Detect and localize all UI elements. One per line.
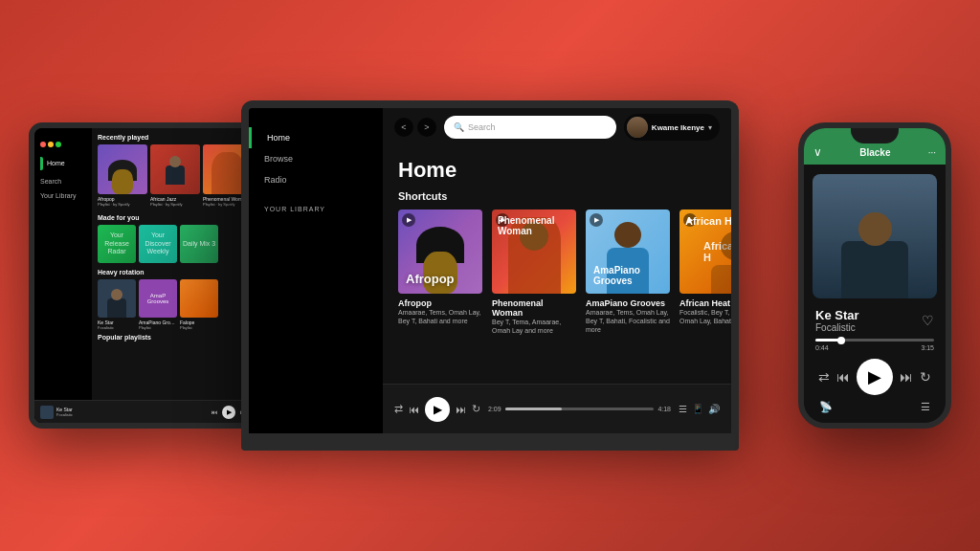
african-label: African H [685, 215, 731, 227]
tablet-now-img [40, 406, 54, 419]
tablet-main-content: Recently played Afropop Playlist · by Sp… [92, 128, 253, 423]
phone-times: 0:44 3:15 [815, 344, 934, 351]
tablet-card-jazz-sub: Playlist · by Spotify [150, 202, 200, 207]
shuffle-icon[interactable]: ⇄ [394, 403, 403, 415]
home-title: Home [398, 158, 716, 183]
afropop-label: Afropop [406, 273, 455, 286]
shortcuts-grid: ▶ Afropop Afropop Amaarae, [398, 209, 716, 335]
search-bar[interactable]: 🔍 Search [444, 116, 616, 139]
phone-person-head [858, 212, 892, 246]
back-button[interactable]: < [394, 118, 413, 137]
tablet-made-for-you: Made for you Your ReleaseRadar Your Disc… [98, 214, 247, 263]
phone-album-art [813, 174, 937, 298]
heavy-rotation-label: Heavy rotation [98, 269, 247, 276]
laptop-player: ⇄ ⏮ ▶ ⏭ ↻ 2:09 4:18 ☰ [383, 384, 731, 433]
volume-icon[interactable]: 🔊 [708, 404, 720, 414]
amapiano-play-icon[interactable]: ▶ [590, 213, 603, 227]
phone-prev-icon[interactable]: ⏮ [836, 369, 850, 385]
phone-song-info: Ke Star Focalistic ♡ [804, 308, 946, 333]
tablet-heavy-card-2[interactable]: AmaPGrooves AmaPiano Grooves Playlist [139, 279, 177, 330]
tablet-now-artist: Focalistic [56, 412, 73, 417]
laptop-nav-radio[interactable]: Radio [249, 169, 383, 190]
afropop-play-icon[interactable]: ▶ [402, 213, 415, 227]
phone-next-icon[interactable]: ⏭ [900, 369, 913, 385]
player-controls: ⇄ ⏮ ▶ ⏭ ↻ [394, 397, 480, 422]
phone-album-person [813, 174, 937, 298]
woman-label: PhenomenalWoman [498, 215, 554, 236]
user-area[interactable]: Kwame Ikenye ▾ [624, 114, 720, 141]
time-total: 4:18 [657, 406, 671, 412]
tablet-now-playing: Ke Star Focalistic [40, 406, 73, 419]
tablet-card-afropop[interactable]: Afropop Playlist · by Spotify [98, 144, 147, 207]
shortcuts-label: Shortcuts [398, 190, 716, 202]
tablet-mfy-card-2[interactable]: Your DiscoverWeekly [139, 225, 177, 263]
laptop-sidebar: Home Browse Radio YOUR LIBRARY [249, 108, 383, 433]
phone-notch [851, 128, 899, 143]
woman-sub: Bey T, Tema, Amaarae, Omah Lay and more [492, 318, 576, 335]
tablet-recently-played: Afropop Playlist · by Spotify African Ja… [98, 144, 247, 207]
nav-arrows: < > [394, 118, 436, 137]
tablet-mfy-card-1[interactable]: Your ReleaseRadar [98, 225, 136, 263]
phone-queue-icon[interactable]: ☰ [921, 401, 930, 413]
made-for-you-label: Made for you [98, 214, 247, 221]
laptop-nav-browse[interactable]: Browse [249, 148, 383, 169]
tablet-heavy-rotation: Heavy rotation Ke Star Focalistic [98, 269, 247, 330]
tablet-card-afropop-sub: Playlist · by Spotify [98, 202, 147, 207]
laptop-base [241, 433, 739, 451]
phone-cast-icon[interactable]: 📡 [819, 401, 833, 413]
phone-repeat-icon[interactable]: ↻ [920, 369, 931, 385]
laptop-device: Home Browse Radio YOUR LIBRARY < > 🔍 Sea… [241, 100, 739, 451]
tablet-heavy-card-3[interactable]: Falope Playlist [180, 279, 218, 330]
forward-button[interactable]: > [417, 118, 436, 137]
phone-screen: ∨ Blacke ··· Ke Star Focalistic ♡ 0:44 [804, 128, 946, 423]
laptop-nav-home[interactable]: Home [249, 127, 383, 148]
tablet-play-button[interactable]: ▶ [222, 406, 235, 419]
phone-chevron-icon[interactable]: ∨ [813, 145, 822, 159]
tablet-nav-library[interactable]: Your Library [34, 188, 92, 203]
tablet-mfy-card-3[interactable]: Daily Mix 3 [180, 225, 218, 263]
next-icon[interactable]: ⏭ [456, 404, 466, 415]
user-chevron-icon: ▾ [708, 123, 712, 132]
tablet-heavy-card-1[interactable]: Ke Star Focalistic [98, 279, 136, 330]
player-right-controls: ☰ 📱 🔊 [679, 404, 720, 414]
laptop-topbar: < > 🔍 Search Kwame Ikenye ▾ [383, 108, 731, 146]
tablet-nav-home[interactable]: Home [34, 153, 92, 174]
shortcut-woman[interactable]: ▶ PhenomenalWoman Phenomenal Woman Bey T… [492, 209, 576, 335]
tablet-device: Home Search Your Library Recently played [29, 122, 258, 429]
tablet-card-jazz[interactable]: African Jazz Playlist · by Spotify [150, 144, 200, 207]
repeat-icon[interactable]: ↻ [472, 403, 480, 415]
recently-played-label: Recently played [98, 134, 247, 141]
shortcut-afropop[interactable]: ▶ Afropop Afropop Amaarae, [398, 209, 482, 335]
laptop-screen: Home Browse Radio YOUR LIBRARY < > 🔍 Sea… [249, 108, 731, 433]
phone-heart-icon[interactable]: ♡ [922, 313, 934, 328]
phone-bottom-icons: 📡 ☰ [804, 399, 946, 415]
player-progress: 2:09 4:18 [488, 406, 671, 412]
tablet-popular-playlists: Popular playlists [98, 334, 247, 341]
playlist-icon[interactable]: ☰ [679, 404, 687, 414]
phone-header-title: Blacke [859, 147, 890, 158]
african-title: African Heat [679, 298, 731, 308]
phone-progress-bar[interactable] [815, 339, 934, 342]
user-avatar [627, 117, 648, 138]
phone-time-elapsed: 0:44 [815, 344, 829, 351]
tablet-nav-search[interactable]: Search [34, 174, 92, 188]
time-elapsed: 2:09 [488, 406, 501, 412]
laptop-main: < > 🔍 Search Kwame Ikenye ▾ [383, 108, 731, 433]
afropop-title: Afropop [398, 298, 482, 308]
shortcut-african[interactable]: ▶ AfricanH African H Af [679, 209, 731, 335]
tablet-prev-button[interactable]: ⏮ [211, 408, 218, 416]
shortcut-amapiano[interactable]: ▶ AmaPianoGrooves AmaPiano Grooves [586, 209, 670, 335]
phone-menu-icon[interactable]: ··· [928, 147, 936, 158]
progress-bar[interactable] [505, 408, 655, 410]
devices-icon[interactable]: 📱 [692, 404, 703, 414]
phone-progress-dot [837, 337, 845, 344]
popular-playlists-label: Popular playlists [98, 334, 247, 341]
phone-play-button[interactable]: ▶ [857, 359, 893, 395]
phone-time-total: 3:15 [921, 344, 934, 351]
search-placeholder: Search [468, 122, 496, 132]
tablet-bottom-bar: Ke Star Focalistic ⏮ ▶ ⏭ [34, 400, 253, 423]
phone-shuffle-icon[interactable]: ⇄ [818, 369, 830, 385]
phone-controls: ⇄ ⏮ ▶ ⏭ ↻ [804, 355, 946, 399]
play-pause-button[interactable]: ▶ [425, 397, 450, 422]
prev-icon[interactable]: ⏮ [409, 404, 419, 415]
